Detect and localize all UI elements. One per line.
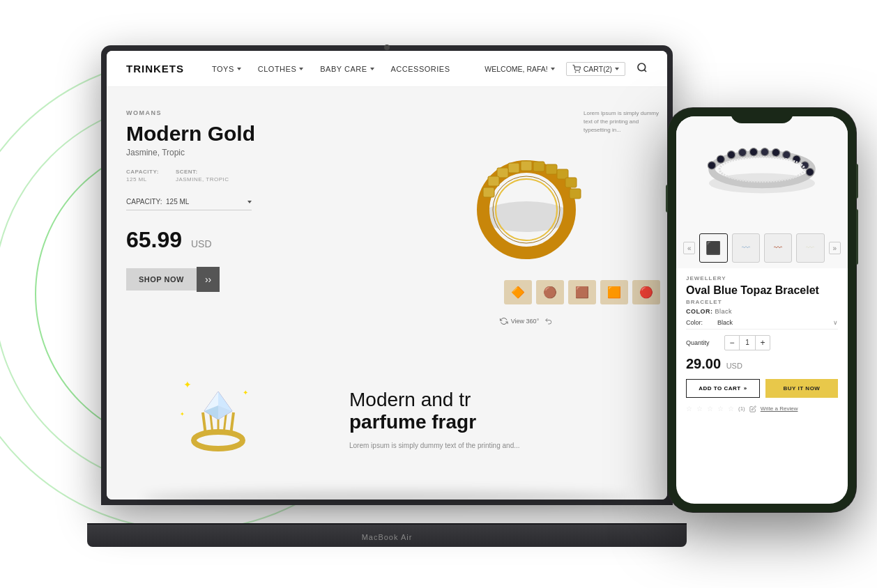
color-selector-row: Color: Black ∨ (686, 319, 838, 330)
chevron-down-icon (247, 201, 252, 203)
svg-point-18 (194, 432, 243, 449)
chevron-down-icon (551, 68, 555, 70)
laptop-base: MacBook Air (87, 525, 687, 547)
double-arrow-icon: » (744, 385, 747, 392)
hero-price: 65.99 USD (126, 227, 366, 253)
second-section: ✦ ✦ ✦ Modern and tr parfume fragr (107, 339, 667, 500)
prev-thumbnail-button[interactable]: « (683, 242, 695, 254)
screen-content: TRINKETS TOYS CLOTHES BABY CAR (107, 51, 667, 500)
phone-body: « ⬛ 〰 〰 〰 » (668, 108, 856, 512)
thumbnail-active[interactable]: ⬛ (699, 233, 727, 263)
thumbnail-2[interactable]: 〰 (732, 233, 760, 263)
review-count: (1) (738, 405, 745, 412)
second-title-bold: parfume fragr (349, 411, 648, 433)
nav-item-clothes[interactable]: CLOTHES (258, 65, 303, 73)
phone-thumbnails-row: « ⬛ 〰 〰 〰 » (676, 228, 848, 268)
add-to-cart-button[interactable]: ADD TO CART » (686, 379, 760, 398)
product-thumbnails: 🔶 🟤 🟫 🟧 🔴 (504, 280, 660, 304)
svg-point-1 (579, 72, 579, 72)
thumbnail-3[interactable]: 〰 (764, 233, 792, 263)
thumbnail-3[interactable]: 🟫 (568, 280, 596, 304)
nav-item-toys[interactable]: TOYS (212, 65, 241, 73)
star-2: ☆ (696, 405, 703, 412)
chevron-down-icon (615, 68, 619, 70)
svg-text:✦: ✦ (183, 379, 192, 390)
chevron-down-icon (299, 68, 303, 70)
svg-text:✦: ✦ (180, 411, 185, 417)
phone-volume-button (856, 209, 858, 265)
hero-left: WOMANS Modern Gold Jasmine, Tropic CAPAC… (107, 87, 386, 339)
nav-menu: TOYS CLOTHES BABY CARE (212, 65, 485, 73)
svg-point-36 (727, 151, 735, 159)
chevron-down-icon (237, 68, 241, 70)
quantity-increase-button[interactable]: + (756, 336, 770, 350)
buy-it-now-button[interactable]: BUY IT NOW (765, 379, 838, 398)
write-review-link[interactable]: Write a Review (761, 405, 798, 412)
second-right-content: Modern and tr parfume fragr Lorem ipsum … (330, 339, 667, 500)
phone-power-button (856, 164, 858, 199)
quantity-value: 1 (739, 336, 756, 350)
ring-image: ✦ ✦ ✦ (169, 371, 267, 468)
second-title: Modern and tr (349, 389, 648, 411)
ratings-row: ☆ ☆ ☆ ☆ ☆ (1) Write a Review (686, 405, 838, 412)
spec-capacity: CAPACITY: 125 ML (126, 169, 159, 183)
nav-item-accessories[interactable]: ACCESSORIES (391, 65, 450, 73)
quantity-controls: − 1 + (724, 335, 770, 350)
quantity-decrease-button[interactable]: − (725, 336, 739, 350)
laptop-screen: TRINKETS TOYS CLOTHES BABY CAR (107, 51, 667, 500)
hero-product-area: View 360° 🔶 🟤 � (386, 87, 667, 339)
quantity-label: Quantity (686, 339, 724, 346)
second-left-visual: ✦ ✦ ✦ (107, 339, 330, 500)
capacity-selector[interactable]: CAPACITY: 125 ML (126, 194, 252, 210)
star-1: ☆ (686, 405, 692, 412)
phone-product-type: BRACELET (686, 299, 838, 305)
svg-point-2 (638, 63, 646, 71)
phone-action-buttons: ADD TO CART » BUY IT NOW (686, 379, 838, 398)
hero-title: Modern Gold (126, 122, 366, 145)
thumbnail-1[interactable]: 🔶 (504, 280, 532, 304)
nav-item-babycare[interactable]: BABY CARE (320, 65, 374, 73)
hero-subtitle: Jasmine, Tropic (126, 148, 366, 157)
phone-product-image (676, 116, 848, 228)
svg-point-35 (717, 155, 724, 163)
spec-scent: SCENT: JASMINE, TROPIC (176, 169, 229, 183)
thumbnail-4[interactable]: 〰 (796, 233, 824, 263)
next-thumbnail-button[interactable]: » (829, 242, 841, 254)
navbar-right: WELCOME, RAFA! CART(2) (485, 62, 648, 76)
view-360-button[interactable]: View 360° (500, 317, 539, 325)
rotate-icon (500, 317, 508, 325)
laptop: TRINKETS TOYS CLOTHES BABY CAR (101, 45, 673, 547)
welcome-user: WELCOME, RAFA! (485, 65, 554, 73)
svg-rect-14 (483, 187, 494, 197)
svg-line-3 (644, 70, 646, 72)
thumbnail-2[interactable]: 🟤 (536, 280, 564, 304)
svg-rect-13 (565, 178, 577, 187)
svg-rect-15 (570, 189, 581, 199)
laptop-body: TRINKETS TOYS CLOTHES BABY CAR (101, 45, 673, 505)
undo-icon (544, 317, 553, 325)
second-description: Lorem ipsum is simply dummy text of the … (349, 440, 648, 451)
svg-point-41 (783, 151, 791, 159)
shop-now-button[interactable]: SHOP NOW ›› (126, 267, 366, 292)
navbar: TRINKETS TOYS CLOTHES BABY CAR (107, 51, 667, 87)
edit-icon (749, 405, 756, 412)
svg-point-4 (481, 201, 572, 232)
cart-button[interactable]: CART(2) (566, 62, 625, 76)
laptop-shadow (143, 491, 631, 505)
hero-specs: CAPACITY: 125 ML SCENT: JASMINE, TROPIC (126, 169, 366, 183)
phone-mute-button (666, 185, 668, 212)
phone-product-info: JEWELLERY Oval Blue Topaz Bracelet BRACE… (676, 268, 848, 504)
svg-rect-12 (488, 176, 499, 186)
star-4: ☆ (717, 405, 724, 412)
brand-logo: TRINKETS (126, 63, 184, 75)
arrow-icon: ›› (197, 267, 220, 292)
svg-point-0 (575, 72, 576, 72)
phone-product-title: Oval Blue Topaz Bracelet (686, 284, 838, 297)
thumbnail-4[interactable]: 🟧 (600, 280, 628, 304)
svg-point-34 (708, 162, 715, 169)
color-select-value[interactable]: Black (717, 319, 833, 326)
hero-description: Lorem Ipsum is simply dummy text of the … (584, 109, 667, 134)
search-button[interactable] (636, 62, 648, 75)
thumbnail-5[interactable]: 🔴 (632, 280, 660, 304)
svg-rect-6 (521, 161, 532, 171)
